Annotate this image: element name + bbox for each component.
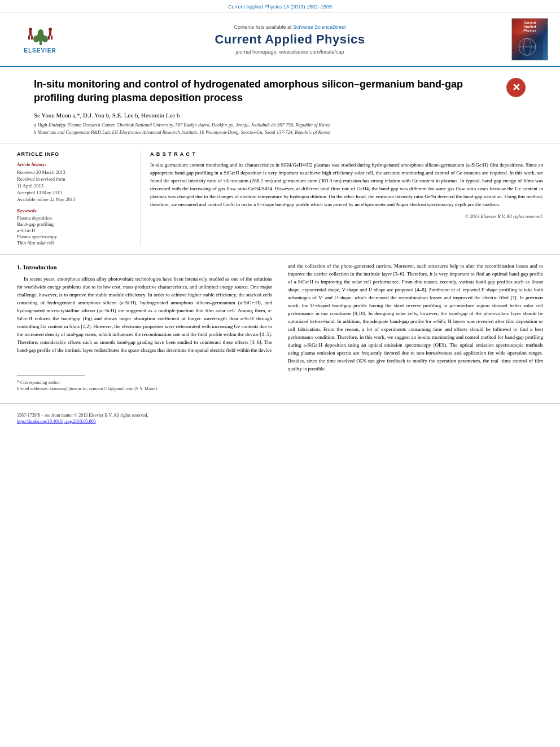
svg-point-2 bbox=[33, 36, 39, 42]
footnote-divider bbox=[17, 375, 85, 376]
keyword-2: Band-gap profiling bbox=[17, 221, 132, 227]
svg-point-4 bbox=[38, 29, 43, 36]
journal-cover-area: CurrentAppliedPhysics bbox=[509, 18, 551, 60]
authors-text: Se Youn Moon a,*, D.J. You b, S.E. Lee b… bbox=[34, 112, 180, 119]
abstract-column: A B S T R A C T In-situ germanium conten… bbox=[141, 151, 543, 246]
available-online: Available online 22 May 2013 bbox=[17, 196, 132, 202]
abstract-text: In-situ germanium content monitoring and… bbox=[150, 161, 543, 209]
article-header: ✕ In-situ monitoring and control of hydr… bbox=[0, 67, 560, 143]
cover-graphic bbox=[512, 34, 543, 60]
main-col-right: and the collection of the photo-generate… bbox=[280, 263, 543, 392]
sciverse-link[interactable]: SciVerse ScienceDirect bbox=[293, 24, 346, 30]
keyword-5: Thin film solar cell bbox=[17, 240, 132, 246]
svg-point-5 bbox=[29, 28, 32, 31]
doi-link[interactable]: http://dx.doi.org/10.1016/j.cap.2013.05.… bbox=[17, 419, 96, 424]
journal-header-center: Contents lists available at SciVerse Sci… bbox=[77, 18, 503, 60]
footnote-corresponding: * Corresponding author. bbox=[17, 379, 272, 386]
page-footer: 1567-1739/$ – see front matter © 2013 El… bbox=[0, 403, 560, 429]
abstract-heading: A B S T R A C T bbox=[150, 151, 543, 157]
revised-date: 11 April 2013 bbox=[17, 183, 132, 189]
elsevier-logo-area: ELSEVIER bbox=[9, 18, 71, 60]
revised-label: Received in revised form bbox=[17, 176, 132, 182]
elsevier-wordmark: ELSEVIER bbox=[24, 47, 56, 54]
svg-rect-10 bbox=[49, 31, 51, 36]
email-addresses: symoon@jlmu.ac.kr, symoon176@gmail.com (… bbox=[50, 386, 158, 391]
article-info-column: Article Info Article history: Received 2… bbox=[17, 151, 141, 246]
svg-point-9 bbox=[49, 28, 52, 31]
main-col-left: 1. Introduction In recent years, amorpho… bbox=[17, 263, 280, 392]
article-title: In-situ monitoring and control of hydrog… bbox=[34, 77, 526, 105]
article-info-heading: Article Info bbox=[17, 151, 132, 157]
journal-cover-title: CurrentAppliedPhysics bbox=[523, 21, 536, 33]
top-bar: Current Applied Physics 13 (2013) 1502–1… bbox=[0, 0, 560, 12]
copyright-notice: © 2013 Elsevier B.V. All rights reserved… bbox=[150, 213, 543, 219]
intro-para-2: and the collection of the photo-generate… bbox=[288, 263, 543, 373]
affiliation-a: a High-Enthalpy Plasma Research Center, … bbox=[34, 122, 526, 129]
corresponding-note: * Corresponding author. bbox=[17, 380, 61, 385]
svg-point-3 bbox=[42, 36, 48, 42]
keywords-label: Keywords: bbox=[17, 208, 132, 213]
issn-line: 1567-1739/$ – see front matter © 2013 El… bbox=[17, 413, 543, 418]
journal-header: ELSEVIER Contents lists available at Sci… bbox=[0, 12, 560, 67]
crossmark-circle: ✕ bbox=[506, 78, 526, 97]
sciverse-line: Contents lists available at SciVerse Sci… bbox=[234, 24, 345, 30]
journal-title: Current Applied Physics bbox=[215, 32, 365, 47]
keyword-1: Plasma deposition bbox=[17, 215, 132, 221]
elsevier-logo: ELSEVIER bbox=[24, 25, 56, 54]
main-body: 1. Introduction In recent years, amorpho… bbox=[0, 255, 560, 403]
intro-para-1: In recent years, amorphous silicon alloy… bbox=[17, 276, 272, 354]
journal-reference: Current Applied Physics 13 (2013) 1502–1… bbox=[228, 4, 332, 10]
elsevier-tree-icon bbox=[25, 25, 56, 46]
crossmark-badge[interactable]: ✕ bbox=[506, 77, 526, 98]
svg-rect-6 bbox=[29, 31, 32, 36]
svg-rect-8 bbox=[31, 36, 33, 40]
authors-line: Se Youn Moon a,*, D.J. You b, S.E. Lee b… bbox=[34, 112, 526, 119]
affiliations: a High-Enthalpy Plasma Research Center, … bbox=[34, 122, 526, 137]
footnote-email: E-mail addresses: symoon@jlmu.ac.kr, sym… bbox=[17, 386, 272, 392]
history-label: Article history: bbox=[17, 161, 132, 167]
crossmark-icon: ✕ bbox=[512, 81, 520, 94]
accepted-date: Accepted 13 May 2013 bbox=[17, 190, 132, 195]
svg-rect-7 bbox=[28, 36, 30, 40]
journal-cover-image: CurrentAppliedPhysics bbox=[511, 18, 548, 60]
received-date: Received 20 March 2013 bbox=[17, 169, 132, 175]
email-label: E-mail addresses: bbox=[17, 386, 49, 391]
affiliation-b: b Materials and Components R&D Lab, LG E… bbox=[34, 129, 526, 136]
doi-line[interactable]: http://dx.doi.org/10.1016/j.cap.2013.05.… bbox=[17, 419, 543, 424]
keyword-4: Plasma spectroscopy bbox=[17, 234, 132, 239]
journal-homepage: journal homepage: www.elsevier.com/locat… bbox=[235, 49, 344, 55]
page: Current Applied Physics 13 (2013) 1502–1… bbox=[0, 0, 560, 747]
intro-heading: 1. Introduction bbox=[17, 263, 272, 272]
keyword-3: a-SiGe:H bbox=[17, 228, 132, 233]
svg-rect-11 bbox=[48, 36, 50, 40]
info-abstract-columns: Article Info Article history: Received 2… bbox=[0, 143, 560, 255]
svg-rect-12 bbox=[51, 36, 53, 40]
footnote-area: * Corresponding author. E-mail addresses… bbox=[17, 359, 272, 392]
